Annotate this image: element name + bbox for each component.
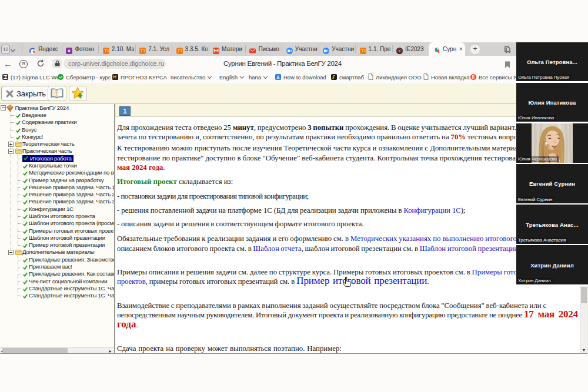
tree-item[interactable]: Бонус: [0, 126, 114, 133]
tree-item-row[interactable]: Бонус: [15, 126, 36, 133]
collapse-toggle-icon[interactable]: [1, 105, 6, 110]
tab[interactable]: IE2023: [393, 42, 429, 56]
tree-item[interactable]: Стандартные инструменты 1С. Часть 2: [0, 292, 114, 299]
tree-item[interactable]: Дополнительные материалы: [0, 249, 114, 256]
bookmark-folder[interactable]: писательство: [171, 72, 211, 83]
tree-item-row[interactable]: Стандартные инструменты 1С. Часть 2: [22, 292, 114, 299]
tree-item[interactable]: Конкурс!: [0, 133, 114, 140]
bookmark-folder[interactable]: hana: [249, 72, 267, 83]
yandex-home-icon[interactable]: Я: [19, 60, 28, 68]
tree-item[interactable]: Теоретическая часть: [0, 140, 114, 148]
tree-item-row[interactable]: Конфигурации 1С: [22, 206, 74, 213]
tab[interactable]: 3.3.5. Ко: [173, 42, 209, 56]
tab[interactable]: 7.1. Усл: [136, 42, 172, 56]
tree-item-row[interactable]: Шаблон итогового проекта (просмотр): [22, 220, 114, 227]
content-link[interactable]: Шаблон итоговой презентации: [420, 244, 518, 253]
new-tab-button[interactable]: +: [470, 45, 480, 54]
tree-item-row[interactable]: Шаблон итогового проекта: [22, 213, 95, 220]
bookmark-folder[interactable]: English: [219, 72, 243, 83]
bookmark-item[interactable]: How to download: [275, 72, 326, 83]
tree-item[interactable]: Чек-лист социальной компании: [0, 278, 114, 285]
tab[interactable]: Фотокн: [62, 42, 99, 56]
tab[interactable]: 2.10. Ма: [99, 42, 136, 56]
tree-item-row[interactable]: Прикладные решения. Как составить: [22, 270, 114, 277]
tab[interactable]: Участни: [283, 42, 319, 56]
content-link[interactable]: Конфигурации 1С: [404, 206, 461, 215]
bookmark-item[interactable]: смартлаб: [331, 72, 364, 83]
tree-item-row[interactable]: Шаблон итоговой презентации: [22, 234, 105, 242]
tab-active[interactable]: Сурн×: [429, 42, 465, 56]
bookmark-item[interactable]: Сберометр - курс: [58, 72, 111, 83]
tree-item-row[interactable]: Конкурс!: [15, 133, 43, 140]
tab-close-icon[interactable]: ×: [459, 42, 463, 56]
tree-item-row[interactable]: Решение примера задачи. Часть 2: [22, 191, 114, 198]
tree-item-row[interactable]: Примеры готовых итоговых проектов: [22, 227, 114, 234]
tree-item-row[interactable]: Прикладные решения. Знакомство с 1С: [22, 256, 114, 263]
tree-item-row[interactable]: Контрольные точки: [22, 162, 77, 169]
url-field[interactable]: corp-univer.digchoice.digchoice.ru: [64, 59, 166, 69]
tree-item-row[interactable]: Чек-лист социальной компании: [22, 278, 107, 285]
tree-item[interactable]: Контрольные точки: [0, 162, 114, 169]
chevron-down-icon[interactable]: [11, 47, 15, 52]
participant-tile[interactable]: Юлия ИпатиковаЮлия Ипатикова: [516, 83, 588, 122]
contents-book-button[interactable]: [48, 86, 66, 101]
content-link[interactable]: Методических указаниях по выполнению ито…: [350, 234, 544, 243]
tab[interactable]: Яндекс: [26, 42, 62, 56]
tree-item[interactable]: Прикладные решения. Знакомство с 1С: [0, 256, 114, 263]
tree-item[interactable]: Приглашаем вас!: [0, 263, 114, 270]
tree-item[interactable]: Практика БелГУ 2024: [0, 105, 114, 112]
tree-item-row[interactable]: Пример задачи на разработку: [22, 177, 103, 184]
tree-item-row[interactable]: Методические рекомендации по выполнению: [22, 169, 114, 176]
bookmark-item[interactable]: ПРОГНОЗ КУРСА: [112, 72, 167, 83]
favorites-star-button[interactable]: [69, 86, 87, 101]
tree-item[interactable]: Содержание практики: [0, 119, 114, 126]
tree-item[interactable]: Шаблон итогового проекта: [0, 213, 114, 220]
tree-horizontal-scrollbar[interactable]: ◄ ►: [0, 347, 114, 353]
scroll-right-icon[interactable]: ►: [108, 349, 112, 353]
tree-item-row[interactable]: Приглашаем вас!: [22, 263, 72, 270]
ssl-lock-icon[interactable]: [52, 59, 62, 68]
participant-tile[interactable]: Хитрин ДаниилХитрин Даниил: [516, 245, 588, 284]
tab[interactable]: Письмо: [246, 42, 282, 56]
scroll-down-icon[interactable]: ▼: [581, 347, 587, 353]
tree-item[interactable]: Шаблон итоговой презентации: [0, 234, 114, 242]
participant-tile[interactable]: Евгений СурнинЕвгений Сурнин: [516, 164, 588, 203]
tree-item[interactable]: Прикладные решения. Как составить: [0, 270, 114, 277]
tree-item[interactable]: Конфигурации 1С: [0, 206, 114, 213]
collapse-toggle-icon[interactable]: [8, 149, 14, 154]
participant-tile[interactable]: Третьякова Анас...Третьякова Анастасия: [516, 205, 588, 243]
tree-item[interactable]: Примеры готовых итоговых проектов: [0, 227, 114, 234]
tree-item[interactable]: Решение примера задачи. Часть 2: [0, 191, 114, 198]
bookmark-flag-icon[interactable]: [505, 60, 510, 71]
tree-item[interactable]: Пример итоговой презентации: [0, 242, 114, 249]
tree-item-row[interactable]: Итоговая работа: [22, 155, 74, 162]
section-badge[interactable]: 1: [119, 106, 131, 116]
bookmark-item[interactable]: Новая вкладка: [423, 72, 469, 83]
tab[interactable]: Матери: [209, 42, 246, 56]
tree-item[interactable]: Итоговая работа: [0, 155, 114, 162]
back-icon[interactable]: ←: [4, 56, 12, 72]
close-button[interactable]: Закрыть: [1, 86, 51, 101]
tree-item-row[interactable]: Содержание практики: [15, 119, 76, 126]
reload-icon[interactable]: [36, 59, 45, 70]
tree-item[interactable]: Пример задачи на разработку: [0, 177, 114, 184]
tree-item-row[interactable]: Пример итоговой презентации: [22, 242, 105, 249]
tree-item[interactable]: Стандартные инструменты 1С. Часть 1: [0, 285, 114, 292]
bookmark-item[interactable]: (17) Sigma LLC We: [2, 72, 59, 83]
tree-item-row[interactable]: Решение примера задачи. Часть 1: [22, 184, 114, 191]
tree-item[interactable]: Методические рекомендации по выполнению: [0, 169, 114, 176]
tree-item[interactable]: Введение: [0, 112, 114, 119]
tree-item-row[interactable]: Решение примера задачи. Часть 3: [22, 198, 114, 205]
content-link[interactable]: проектов: [117, 277, 146, 286]
tree-item[interactable]: Решение примера задачи. Часть 3: [0, 198, 114, 205]
tree-item-row[interactable]: Стандартные инструменты 1С. Часть 1: [22, 285, 114, 292]
tab[interactable]: 1.1. Пре: [356, 42, 393, 56]
participant-tile[interactable]: Юлия Чернышева: [516, 123, 588, 162]
tree-item[interactable]: Решение примера задачи. Часть 1: [0, 184, 114, 191]
tree-item-row[interactable]: Введение: [15, 112, 46, 119]
content-scrollbar-thumb[interactable]: [581, 287, 587, 303]
bookmark-item[interactable]: Все сервисы Янд: [470, 72, 524, 83]
participant-tile[interactable]: Ольга Петровна...Ольга Петровна Пусная: [516, 42, 588, 81]
tab-overflow-counter[interactable]: 12: [1, 45, 10, 54]
tab-panels-icon[interactable]: [504, 45, 512, 56]
